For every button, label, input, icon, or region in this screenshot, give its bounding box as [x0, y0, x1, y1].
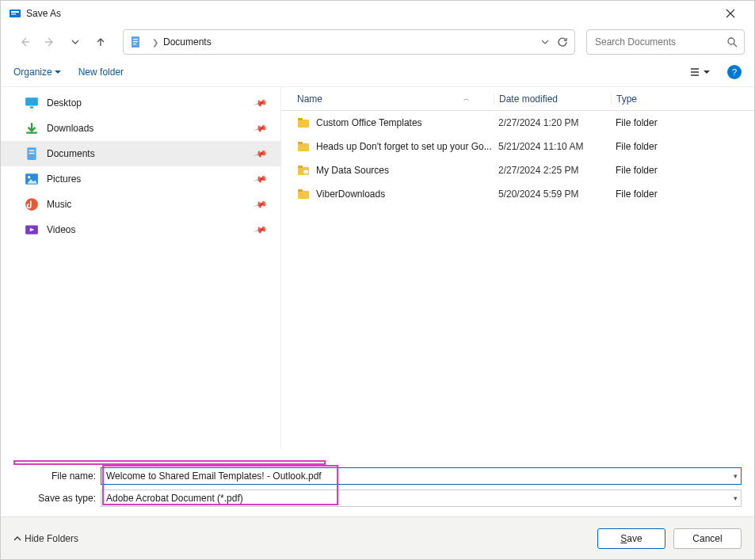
help-button[interactable]: ? [727, 65, 742, 79]
file-list: Custom Office Templates2/27/2024 1:20 PM… [281, 111, 754, 448]
filename-label: File name: [13, 470, 101, 482]
nav-bar: ❯ Documents [1, 26, 754, 58]
svg-rect-2 [11, 13, 16, 15]
sidebar-item-label: Videos [47, 224, 255, 235]
desktop-icon [25, 96, 39, 110]
dropdown-caret-icon [704, 69, 710, 75]
svg-rect-8 [25, 97, 38, 105]
documents-icon [25, 147, 39, 161]
column-headers: Name ︿ Date modified Type [281, 87, 754, 111]
file-row[interactable]: ViberDownloads5/20/2024 5:59 PMFile fold… [281, 182, 754, 206]
close-button[interactable] [713, 1, 748, 26]
folder-icon [297, 116, 310, 129]
cancel-button[interactable]: Cancel [673, 528, 742, 549]
file-area: Name ︿ Date modified Type Custom Office … [281, 87, 754, 448]
chevron-down-icon[interactable]: ▾ [734, 472, 738, 480]
search-icon [726, 36, 738, 48]
savetype-field[interactable]: Adobe Acrobat Document (*.pdf) ▾ [101, 490, 742, 507]
nav-forward-button[interactable] [39, 31, 61, 53]
file-name: My Data Sources [316, 165, 494, 176]
new-folder-label: New folder [78, 67, 124, 78]
chevron-down-icon [71, 38, 79, 46]
file-type: File folder [611, 189, 754, 200]
file-row[interactable]: Heads up Don't forget to set up your Go.… [281, 135, 754, 158]
svg-point-15 [28, 176, 30, 178]
filename-field[interactable]: Welcome to Shared Email Templates! - Out… [101, 467, 742, 485]
chevron-down-icon[interactable]: ▾ [734, 494, 738, 502]
sort-indicator-icon: ︿ [463, 94, 470, 103]
file-date: 5/21/2024 11:10 AM [494, 141, 611, 152]
svg-point-7 [728, 38, 734, 44]
file-type: File folder [611, 165, 754, 176]
sidebar-item-music[interactable]: Music 📌 [1, 192, 280, 217]
column-label: Type [616, 93, 637, 105]
list-view-icon [689, 67, 700, 78]
cancel-label: Cancel [692, 533, 722, 544]
sidebar-item-downloads[interactable]: Downloads 📌 [1, 116, 280, 141]
folder-datasource-icon [297, 164, 310, 177]
svg-rect-23 [298, 166, 303, 168]
svg-rect-5 [133, 41, 138, 42]
svg-rect-18 [298, 120, 309, 128]
pin-icon: 📌 [254, 172, 269, 186]
nav-recent-button[interactable] [64, 31, 86, 53]
folder-icon [297, 188, 310, 200]
chevron-up-icon [13, 535, 21, 543]
nav-back-button[interactable] [13, 31, 36, 53]
title-bar: Save As [1, 1, 754, 26]
nav-up-button[interactable] [90, 31, 112, 53]
window-title: Save As [26, 8, 61, 19]
sidebar-item-desktop[interactable]: Desktop 📌 [1, 90, 280, 116]
dropdown-caret-icon [55, 69, 61, 75]
new-folder-button[interactable]: New folder [78, 67, 124, 78]
organize-label: Organize [13, 67, 52, 78]
sidebar-item-label: Pictures [47, 173, 255, 185]
search-input[interactable] [593, 36, 726, 48]
search-box[interactable] [586, 29, 745, 55]
breadcrumb-current[interactable]: Documents [163, 36, 212, 48]
savetype-label: Save as type: [13, 493, 101, 504]
svg-rect-9 [30, 107, 34, 109]
chevron-down-icon[interactable] [541, 38, 549, 46]
save-button[interactable]: Save [597, 528, 665, 549]
organize-button[interactable]: Organize [13, 67, 61, 78]
svg-rect-28 [298, 189, 303, 192]
sidebar: Desktop 📌 Downloads 📌 Documents 📌 Pictur… [1, 87, 281, 448]
column-name[interactable]: Name ︿ [297, 93, 494, 105]
refresh-icon[interactable] [557, 36, 568, 48]
file-name: Custom Office Templates [316, 117, 494, 128]
sidebar-item-label: Documents [47, 148, 255, 159]
downloads-icon [25, 121, 39, 135]
view-options-button[interactable] [689, 67, 710, 78]
filename-value: Welcome to Shared Email Templates! - Out… [106, 470, 322, 482]
save-label: Save [620, 533, 642, 544]
svg-rect-6 [133, 44, 136, 44]
file-date: 2/27/2024 2:25 PM [494, 165, 611, 176]
save-inputs: File name: Welcome to Shared Email Templ… [1, 448, 754, 516]
svg-rect-4 [133, 39, 138, 40]
pin-icon: 📌 [254, 96, 269, 110]
arrow-left-icon [19, 36, 30, 48]
svg-rect-1 [11, 11, 19, 13]
sidebar-item-videos[interactable]: Videos 📌 [1, 217, 280, 242]
column-label: Name [297, 93, 322, 105]
file-date: 5/20/2024 5:59 PM [494, 189, 611, 200]
body: Desktop 📌 Downloads 📌 Documents 📌 Pictur… [1, 86, 754, 448]
column-type[interactable]: Type [611, 93, 754, 105]
hide-folders-button[interactable]: Hide Folders [13, 533, 78, 544]
file-type: File folder [611, 141, 754, 152]
file-row[interactable]: My Data Sources2/27/2024 2:25 PMFile fol… [281, 158, 754, 182]
file-row[interactable]: Custom Office Templates2/27/2024 1:20 PM… [281, 111, 754, 135]
videos-icon [25, 223, 39, 237]
sidebar-item-documents[interactable]: Documents 📌 [1, 141, 280, 166]
svg-rect-13 [29, 153, 35, 154]
column-date[interactable]: Date modified [494, 93, 611, 105]
hide-folders-label: Hide Folders [25, 533, 78, 544]
svg-rect-27 [298, 191, 309, 199]
address-bar[interactable]: ❯ Documents [123, 29, 575, 55]
svg-rect-10 [26, 132, 37, 134]
sidebar-item-pictures[interactable]: Pictures 📌 [1, 166, 280, 192]
app-icon [9, 7, 21, 20]
breadcrumb-separator-icon: ❯ [152, 38, 158, 47]
footer: Hide Folders Save Cancel [1, 516, 754, 559]
